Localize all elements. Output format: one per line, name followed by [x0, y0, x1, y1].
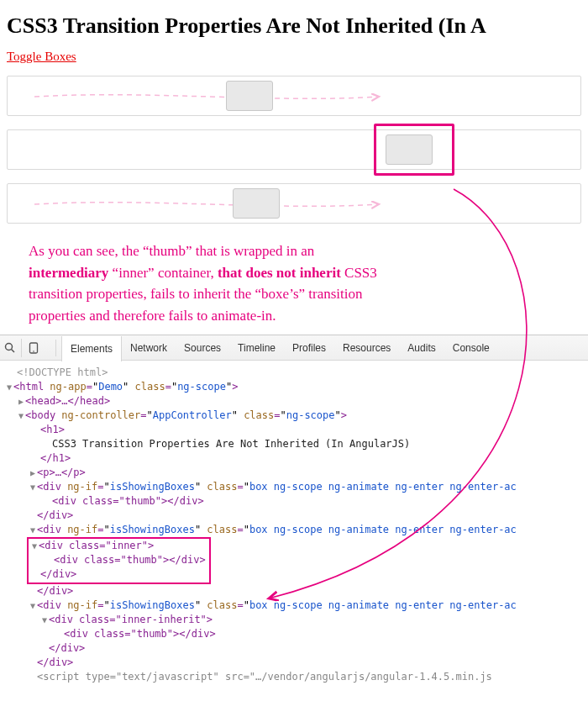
dom-inner-inherit[interactable]: <div class="inner-inherit">	[49, 614, 213, 625]
dom-highlight-outline: ▼<div class="inner"> <div class="thumb">…	[27, 537, 211, 584]
device-icon[interactable]	[27, 339, 45, 357]
svg-point-0	[5, 343, 12, 350]
page-title: CSS3 Transition Properties Are Not Inher…	[7, 13, 581, 39]
dom-doctype: <!DOCTYPE html>	[17, 366, 108, 378]
dom-h1-text: CSS3 Transition Properties Are Not Inher…	[52, 438, 410, 450]
toolbar-separator	[55, 340, 56, 356]
dom-head[interactable]: <head>…</head>	[25, 395, 110, 407]
dom-script-tail: <script type="text/javascript" src="…/ve…	[37, 671, 492, 683]
caret-right-icon[interactable]: ▶	[17, 394, 25, 409]
dom-inner-open[interactable]: <div class="inner">	[39, 540, 154, 551]
dom-h1-close: </h1>	[40, 452, 71, 464]
tab-network[interactable]: Network	[122, 335, 176, 361]
svg-point-3	[33, 351, 34, 352]
caret-right-icon[interactable]: ▶	[29, 466, 37, 480]
tab-console[interactable]: Console	[444, 335, 498, 361]
tab-audits[interactable]: Audits	[399, 335, 444, 361]
caret-down-icon[interactable]: ▼	[40, 613, 49, 627]
motion-arrow-icon	[34, 92, 387, 105]
thumb	[233, 188, 280, 219]
tab-timeline[interactable]: Timeline	[229, 335, 284, 361]
annotation-text: As you can see, the “thumb” that is wrap…	[7, 237, 544, 335]
tab-elements[interactable]: Elements	[61, 336, 122, 361]
caret-down-icon[interactable]: ▼	[29, 480, 37, 494]
highlight-outline	[374, 124, 454, 176]
box-3	[7, 183, 581, 224]
motion-arrow-icon	[34, 199, 387, 213]
dom-tree[interactable]: <!DOCTYPE html> ▼<html ng-app="Demo" cla…	[0, 361, 588, 693]
caret-down-icon[interactable]: ▼	[17, 409, 25, 423]
caret-down-icon[interactable]: ▼	[5, 380, 13, 394]
caret-down-icon[interactable]: ▼	[30, 539, 39, 553]
box-2	[7, 129, 581, 170]
thumb	[226, 81, 273, 111]
devtools-panel: Elements Network Sources Timeline Profil…	[0, 335, 588, 693]
svg-line-1	[11, 349, 14, 352]
tab-profiles[interactable]: Profiles	[284, 335, 334, 361]
toggle-boxes-link[interactable]: Toggle Boxes	[7, 50, 76, 64]
caret-down-icon[interactable]: ▼	[29, 523, 37, 537]
caret-down-icon[interactable]: ▼	[29, 598, 37, 613]
tab-resources[interactable]: Resources	[334, 335, 399, 361]
box-1	[7, 76, 581, 116]
dom-thumb-div[interactable]: <div class="thumb"></div>	[52, 495, 204, 507]
devtools-toolbar: Elements Network Sources Timeline Profil…	[0, 335, 588, 361]
tab-sources[interactable]: Sources	[176, 335, 229, 361]
dom-thumb-div[interactable]: <div class="thumb"></div>	[64, 628, 216, 640]
dom-thumb-div[interactable]: <div class="thumb"></div>	[54, 554, 206, 566]
dom-h1-open: <h1>	[40, 424, 65, 435]
dom-p[interactable]: <p>…</p>	[37, 467, 86, 478]
search-icon[interactable]	[3, 339, 22, 357]
